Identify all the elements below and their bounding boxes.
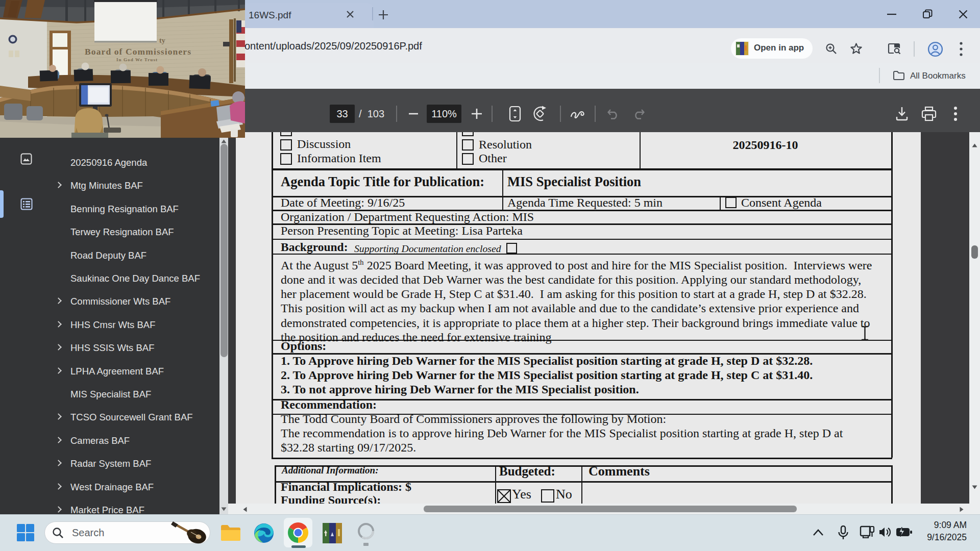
svg-text:ty: ty	[159, 37, 165, 44]
svg-text:In God We Trust: In God We Trust	[116, 57, 157, 62]
svg-text:Board of Commissioners: Board of Commissioners	[85, 46, 191, 57]
